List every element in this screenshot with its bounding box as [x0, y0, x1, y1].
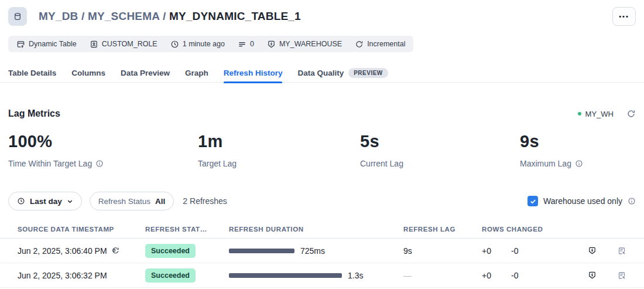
- cell-duration: 1.3s: [221, 271, 395, 280]
- page-header: MY_DB / MY_SCHEMA / MY_DYNAMIC_TABLE_1 •…: [0, 0, 644, 26]
- page-title: MY_DB / MY_SCHEMA / MY_DYNAMIC_TABLE_1: [39, 10, 301, 23]
- refresh-status-filter[interactable]: Refresh Status All: [90, 192, 174, 210]
- cell-rows-removed: -0: [503, 271, 580, 280]
- meta-object-type: Dynamic Table: [16, 40, 77, 49]
- metric-value: 5s: [360, 132, 520, 151]
- warehouse-indicator: MY_WH: [578, 110, 614, 118]
- tab-refresh-history[interactable]: Refresh History: [224, 63, 283, 83]
- refresh-metrics-button[interactable]: [626, 109, 636, 118]
- metric-current-lag: 5s Current Lag: [360, 132, 520, 168]
- tab-columns[interactable]: Columns: [71, 63, 105, 83]
- warehouse-status-dot: [578, 112, 581, 115]
- metric-time-within-target-lag: 100% Time Within Target Lag: [8, 132, 198, 168]
- info-icon[interactable]: [575, 159, 583, 168]
- warehouse-link-button[interactable]: [580, 271, 609, 280]
- metric-value: 9s: [520, 132, 636, 151]
- metric-label: Time Within Target Lag: [8, 159, 92, 168]
- warehouse-used-only-label: Warehouse used only: [543, 196, 622, 206]
- refresh-count: 2 Refreshes: [183, 196, 227, 206]
- metric-label: Target Lag: [198, 159, 237, 168]
- meta-row-count: 0: [238, 40, 254, 49]
- metric-value: 100%: [8, 132, 198, 151]
- col-refresh-duration[interactable]: REFRESH DURATION: [221, 226, 395, 233]
- metric-label: Current Lag: [360, 159, 403, 168]
- meta-refresh-mode: Incremental: [355, 40, 405, 49]
- warehouse-icon: [588, 271, 597, 280]
- metric-value: 1m: [198, 132, 360, 151]
- table-name: MY_DYNAMIC_TABLE_1: [169, 10, 301, 22]
- check-icon: [530, 198, 536, 205]
- query-details-button[interactable]: [609, 271, 644, 280]
- status-badge: Succeeded: [145, 244, 196, 258]
- dynamic-table-icon: [16, 40, 25, 49]
- lag-metrics-grid: 100% Time Within Target Lag 1m Target La…: [0, 132, 644, 168]
- warehouse-used-only-checkbox[interactable]: [527, 196, 538, 206]
- metric-maximum-lag: 9s Maximum Lag: [520, 132, 636, 168]
- tab-graph[interactable]: Graph: [185, 63, 208, 83]
- chevron-down-icon: [67, 198, 73, 205]
- query-details-button[interactable]: [609, 246, 644, 256]
- cell-rows-removed: -0: [503, 246, 580, 256]
- warehouse-icon: [588, 246, 597, 255]
- meta-warehouse: MY_WAREHOUSE: [267, 40, 342, 49]
- info-icon[interactable]: [628, 197, 636, 205]
- meta-last-refresh-time: 1 minute ago: [170, 40, 225, 49]
- warehouse-icon: [267, 40, 276, 49]
- status-badge: Succeeded: [145, 268, 196, 283]
- breadcrumb[interactable]: MY_DB / MY_SCHEMA /: [39, 10, 169, 22]
- warehouse-used-only-toggle: Warehouse used only: [527, 196, 636, 206]
- refresh-details-icon[interactable]: [111, 246, 120, 255]
- tab-bar: Table Details Columns Data Preview Graph…: [0, 63, 644, 83]
- duration-value: 1.3s: [348, 271, 363, 280]
- lag-metrics-header: Lag Metrics MY_WH: [0, 108, 644, 119]
- section-title: Lag Metrics: [8, 108, 60, 119]
- time-range-value: Last day: [30, 197, 62, 206]
- cell-timestamp: Jun 2, 2025, 3:06:32 PM: [0, 271, 137, 280]
- metric-target-lag: 1m Target Lag: [198, 132, 360, 168]
- more-actions-button[interactable]: •••: [612, 7, 636, 26]
- query-profile-icon: [617, 246, 626, 256]
- database-object-icon: [8, 7, 27, 26]
- tab-table-details[interactable]: Table Details: [8, 63, 56, 83]
- duration-bar: [229, 273, 342, 278]
- col-rows-changed[interactable]: ROWS CHANGED: [474, 226, 580, 233]
- refresh-status-label: Refresh Status: [98, 197, 150, 206]
- cell-timestamp: Jun 2, 2025, 3:06:40 PM: [0, 246, 137, 256]
- query-profile-icon: [617, 271, 626, 280]
- time-range-filter[interactable]: Last day: [8, 192, 82, 210]
- tab-data-quality-label: Data Quality: [297, 69, 344, 77]
- clock-icon: [170, 40, 179, 49]
- col-source-data-timestamp[interactable]: SOURCE DATA TIMESTAMP: [0, 226, 137, 233]
- rows-count-icon: [238, 40, 246, 49]
- refresh-history-table-header: SOURCE DATA TIMESTAMP REFRESH STAT… REFR…: [0, 226, 644, 239]
- metric-label: Maximum Lag: [520, 159, 571, 168]
- cell-refresh-lag: 9s: [395, 246, 474, 256]
- duration-bar: [229, 249, 294, 253]
- preview-badge: PREVIEW: [348, 68, 388, 78]
- refresh-status-value: All: [155, 197, 165, 206]
- cell-rows-added: +0: [474, 271, 503, 280]
- table-row[interactable]: Jun 2, 2025, 3:06:32 PM Succeeded 1.3s —…: [0, 263, 644, 288]
- cell-status: Succeeded: [137, 244, 221, 258]
- warehouse-indicator-label: MY_WH: [585, 110, 614, 118]
- table-row[interactable]: Jun 2, 2025, 3:06:40 PM Succeeded 725ms …: [0, 239, 644, 263]
- dynamic-table-page: MY_DB / MY_SCHEMA / MY_DYNAMIC_TABLE_1 •…: [0, 0, 644, 289]
- col-refresh-status[interactable]: REFRESH STAT…: [137, 226, 221, 233]
- duration-value: 725ms: [300, 246, 325, 256]
- cell-refresh-lag: —: [395, 271, 474, 280]
- tab-data-preview[interactable]: Data Preview: [121, 63, 170, 83]
- object-meta-bar: Dynamic Table CUSTOM_ROLE 1 minute ago: [8, 36, 413, 52]
- refresh-icon: [626, 109, 636, 118]
- tab-data-quality[interactable]: Data Quality PREVIEW: [297, 63, 388, 83]
- role-icon: [90, 40, 98, 49]
- filter-bar: Last day Refresh Status All 2 Refreshes …: [0, 192, 644, 210]
- refresh-icon: [355, 40, 364, 49]
- warehouse-link-button[interactable]: [580, 246, 609, 255]
- meta-role: CUSTOM_ROLE: [90, 40, 157, 49]
- clock-icon: [17, 197, 25, 205]
- cell-rows-added: +0: [474, 246, 503, 256]
- col-refresh-lag[interactable]: REFRESH LAG: [395, 226, 474, 233]
- cell-duration: 725ms: [221, 246, 395, 256]
- info-icon[interactable]: [95, 159, 104, 168]
- cell-status: Succeeded: [137, 268, 221, 283]
